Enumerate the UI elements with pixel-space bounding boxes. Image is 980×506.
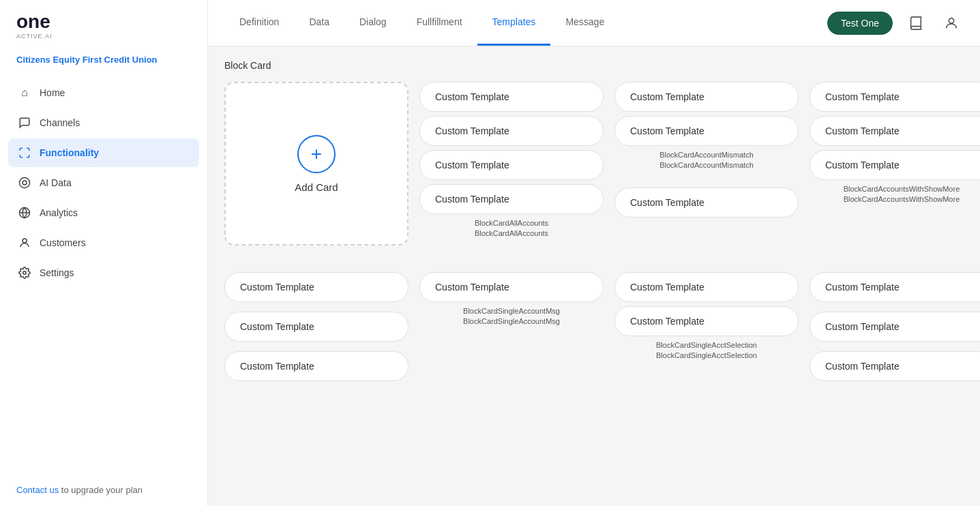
template-group-single-selection: Custom Template Custom Template BlockCar… bbox=[614, 272, 799, 367]
cards-grid: + Add Card Custom Template Custom Templa… bbox=[224, 82, 964, 261]
add-card-icon: + bbox=[297, 135, 336, 173]
sidebar-item-settings-label: Settings bbox=[40, 267, 74, 278]
nav-menu: ⌂ Home Channels Functionality AI Data bbox=[0, 76, 207, 474]
page-title: Block Card bbox=[224, 60, 964, 71]
sidebar-item-ai-data[interactable]: AI Data bbox=[8, 168, 199, 197]
add-card[interactable]: + Add Card bbox=[224, 82, 409, 245]
tab-templates[interactable]: Templates bbox=[477, 0, 551, 46]
template-group-mismatch: Custom Template Custom Template BlockCar… bbox=[614, 82, 799, 177]
template-card[interactable]: Custom Template bbox=[224, 351, 409, 381]
template-card[interactable]: Custom Template bbox=[614, 82, 799, 112]
svg-point-5 bbox=[23, 271, 27, 275]
svg-point-6 bbox=[949, 18, 953, 23]
contact-us-link[interactable]: Contact us bbox=[16, 485, 59, 495]
template-card[interactable]: Custom Template bbox=[419, 184, 604, 214]
logo-sub: ACTIVE.AI bbox=[16, 33, 53, 40]
content-area: Block Card + Add Card Custom Template Cu… bbox=[208, 46, 980, 506]
template-card[interactable]: Custom Template bbox=[614, 272, 799, 302]
sidebar-item-customers-label: Customers bbox=[40, 237, 86, 248]
svg-point-0 bbox=[20, 178, 30, 188]
tab-data[interactable]: Data bbox=[294, 0, 344, 46]
book-icon-button[interactable] bbox=[904, 11, 928, 35]
logo-text: one bbox=[16, 12, 53, 31]
row2-col4: Custom Template Custom Template Custom T… bbox=[810, 272, 980, 385]
template-card[interactable]: Custom Template bbox=[224, 312, 409, 342]
template-card[interactable]: Custom Template bbox=[224, 272, 409, 302]
template-group-all-accounts: Custom Template Custom Template Custom T… bbox=[419, 82, 604, 245]
svg-point-4 bbox=[23, 239, 27, 243]
sidebar-item-channels[interactable]: Channels bbox=[8, 108, 199, 137]
sidebar-item-analytics-label: Analytics bbox=[40, 207, 78, 218]
tab-definition[interactable]: Definition bbox=[224, 0, 294, 46]
sidebar-item-functionality[interactable]: Functionality bbox=[8, 138, 199, 167]
sidebar-item-home-label: Home bbox=[40, 87, 65, 98]
card-subtitle-mismatch: BlockCardAccountMismatchBlockCardAccount… bbox=[614, 150, 799, 171]
add-card-label: Add Card bbox=[295, 181, 338, 193]
row2-col2: Custom Template BlockCardSingleAccountMs… bbox=[419, 272, 604, 338]
customers-icon bbox=[18, 236, 31, 250]
template-card[interactable]: Custom Template bbox=[419, 272, 604, 302]
sidebar-item-ai-data-label: AI Data bbox=[40, 177, 72, 188]
template-card[interactable]: Custom Template bbox=[419, 82, 604, 112]
sidebar-item-home[interactable]: ⌂ Home bbox=[8, 78, 199, 107]
test-button[interactable]: Test One bbox=[827, 12, 893, 35]
ai-data-icon bbox=[18, 176, 31, 190]
col4-cards: Custom Template Custom Template Custom T… bbox=[810, 82, 980, 216]
tab-dialog[interactable]: Dialog bbox=[344, 0, 402, 46]
home-icon: ⌂ bbox=[18, 86, 31, 100]
col3-cards: Custom Template Custom Template BlockCar… bbox=[614, 82, 799, 227]
functionality-icon bbox=[18, 146, 31, 160]
sidebar-footer: Contact us to upgrade your plan bbox=[0, 474, 207, 506]
template-card[interactable]: Custom Template bbox=[810, 116, 980, 146]
tab-fulfillment[interactable]: Fullfillment bbox=[402, 0, 477, 46]
sidebar-item-functionality-label: Functionality bbox=[40, 147, 99, 158]
card-subtitle-all-accounts: BlockCardAllAccountsBlockCardAllAccounts bbox=[419, 218, 604, 239]
row2-col3: Custom Template Custom Template BlockCar… bbox=[614, 272, 799, 372]
card-subtitle-single-msg: BlockCardSingleAccountMsgBlockCardSingle… bbox=[419, 306, 604, 327]
logo-container: one ACTIVE.AI bbox=[0, 0, 207, 49]
card-subtitle-show-more: BlockCardAccountsWithShowMoreBlockCardAc… bbox=[810, 184, 980, 205]
header-actions: Test One bbox=[827, 11, 964, 35]
channels-icon bbox=[18, 116, 31, 130]
template-card[interactable]: Custom Template bbox=[810, 272, 980, 302]
header: Definition Data Dialog Fullfillment Temp… bbox=[208, 0, 980, 46]
header-tabs: Definition Data Dialog Fullfillment Temp… bbox=[224, 0, 619, 46]
template-group-col3-extra: Custom Template bbox=[614, 188, 799, 222]
sidebar-item-channels-label: Channels bbox=[40, 117, 80, 128]
template-card[interactable]: Custom Template bbox=[614, 306, 799, 336]
col2-cards: Custom Template Custom Template Custom T… bbox=[419, 82, 604, 250]
footer-suffix: to upgrade your plan bbox=[61, 485, 143, 495]
sidebar-item-customers[interactable]: Customers bbox=[8, 228, 199, 257]
sidebar-item-settings[interactable]: Settings bbox=[8, 258, 199, 287]
settings-icon bbox=[18, 266, 31, 280]
sidebar-item-analytics[interactable]: Analytics bbox=[8, 198, 199, 227]
card-subtitle-single-selection: BlockCardSingleAcctSelectionBlockCardSin… bbox=[614, 340, 799, 361]
template-card[interactable]: Custom Template bbox=[419, 150, 604, 180]
org-name: Citizens Equity First Credit Union bbox=[0, 49, 207, 76]
template-card[interactable]: Custom Template bbox=[419, 116, 604, 146]
template-group-show-more: Custom Template Custom Template Custom T… bbox=[810, 82, 980, 211]
main-content: Definition Data Dialog Fullfillment Temp… bbox=[208, 0, 980, 506]
svg-point-1 bbox=[23, 181, 27, 185]
second-section: Custom Template Custom Template Custom T… bbox=[224, 272, 964, 385]
row2-col1: Custom Template Custom Template Custom T… bbox=[224, 272, 409, 385]
sidebar: one ACTIVE.AI Citizens Equity First Cred… bbox=[0, 0, 208, 506]
template-card[interactable]: Custom Template bbox=[614, 116, 799, 146]
user-icon-button[interactable] bbox=[939, 11, 964, 35]
template-card[interactable]: Custom Template bbox=[810, 150, 980, 180]
tab-message[interactable]: Message bbox=[550, 0, 619, 46]
template-card[interactable]: Custom Template bbox=[810, 82, 980, 112]
template-card[interactable]: Custom Template bbox=[810, 312, 980, 342]
template-card[interactable]: Custom Template bbox=[614, 188, 799, 218]
template-group-single-msg: Custom Template BlockCardSingleAccountMs… bbox=[419, 272, 604, 333]
template-card[interactable]: Custom Template bbox=[810, 351, 980, 381]
analytics-icon bbox=[18, 206, 31, 220]
